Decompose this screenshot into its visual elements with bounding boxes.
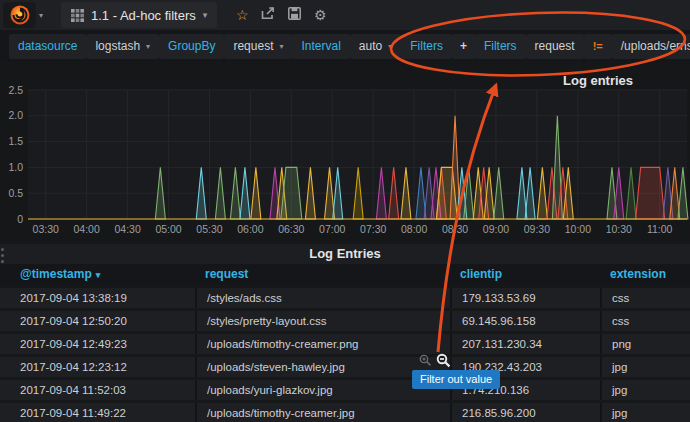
cell-request[interactable]: /uploads/timothy-creamer.jpg (195, 403, 450, 422)
save-button[interactable] (281, 6, 307, 24)
adhoc-filters-label: Filters (475, 34, 526, 59)
share-button[interactable] (255, 6, 281, 24)
svg-text:05:00: 05:00 (155, 223, 181, 235)
table-row[interactable]: 2017-09-04 12:23:12/uploads/steven-hawle… (0, 357, 690, 377)
table-row[interactable]: 2017-09-04 11:49:22/uploads/timothy-crea… (0, 403, 690, 422)
graph-panel: Log entries 03:3004:0004:3005:0005:3006:… (0, 62, 690, 242)
filter-for-value-icon[interactable] (419, 354, 432, 367)
svg-text:04:30: 04:30 (114, 223, 140, 235)
cell-timestamp[interactable]: 2017-09-04 13:38:19 (0, 288, 195, 308)
sort-desc-icon: ▾ (96, 270, 101, 280)
dashboard-picker[interactable]: 1.1 - Ad-hoc filters ▾ (61, 2, 217, 28)
panel-grip-handle[interactable] (1, 248, 4, 263)
table-row[interactable]: 2017-09-04 13:38:19/styles/ads.css179.13… (0, 288, 690, 308)
chevron-down-icon: ▾ (279, 42, 283, 51)
cell-extension[interactable]: css (600, 288, 690, 308)
cell-request[interactable]: /uploads/timothy-creamer.png (195, 334, 450, 354)
var-value-groupby[interactable]: request▾ (224, 34, 292, 59)
table-panel: Log Entries @timestamp▾ request clientip… (0, 244, 690, 422)
cell-extension[interactable]: png (600, 334, 690, 354)
svg-text:09:00: 09:00 (483, 223, 509, 235)
cell-timestamp[interactable]: 2017-09-04 12:23:12 (0, 357, 195, 377)
table-row[interactable]: 2017-09-04 12:50:20/styles/pretty-layout… (0, 311, 690, 331)
svg-text:07:00: 07:00 (319, 223, 345, 235)
svg-text:06:30: 06:30 (278, 223, 304, 235)
svg-text:06:00: 06:00 (237, 223, 263, 235)
svg-text:1.0: 1.0 (8, 161, 23, 173)
add-filter-button[interactable]: + (452, 34, 475, 59)
svg-text:11:00: 11:00 (647, 223, 673, 235)
table-body: 2017-09-04 13:38:19/styles/ads.css179.13… (0, 288, 690, 422)
chevron-down-icon: ▾ (146, 42, 150, 51)
filter-out-tooltip: Filter out value (412, 370, 500, 389)
cell-extension[interactable]: jpg (600, 380, 690, 400)
svg-text:08:00: 08:00 (401, 223, 427, 235)
svg-text:08:30: 08:30 (442, 223, 468, 235)
svg-text:10:00: 10:00 (565, 223, 591, 235)
chevron-down-icon: ▾ (388, 42, 392, 51)
cell-extension[interactable]: css (600, 311, 690, 331)
dashboard-title: 1.1 - Ad-hoc filters (91, 8, 196, 23)
table-row[interactable]: 2017-09-04 11:52:03/uploads/yuri-glazkov… (0, 380, 690, 400)
adhoc-filter-key[interactable]: request (526, 34, 584, 59)
cell-clientip[interactable]: 207.131.230.34 (450, 334, 600, 354)
grafana-logo-icon (9, 4, 31, 26)
navbar-actions: ☆ ⚙ (229, 6, 333, 24)
cell-extension[interactable]: jpg (600, 357, 690, 377)
svg-text:09:30: 09:30 (524, 223, 550, 235)
graph-canvas[interactable]: 03:3004:0004:3005:0005:3006:0006:3007:00… (0, 62, 690, 242)
column-header-request[interactable]: request (195, 264, 450, 286)
var-label-datasource: datasource (9, 34, 86, 59)
star-button[interactable]: ☆ (229, 7, 255, 23)
svg-text:05:30: 05:30 (196, 223, 222, 235)
adhoc-filter-value[interactable]: /uploads/ernst-messerschmid.jpg (612, 34, 690, 59)
cell-clientip[interactable]: 69.145.96.158 (450, 311, 600, 331)
table-panel-title[interactable]: Log Entries (0, 244, 690, 264)
chart-spike (636, 167, 665, 219)
svg-text:07:30: 07:30 (360, 223, 386, 235)
dashboard-caret-icon: ▾ (203, 10, 208, 20)
svg-text:10:30: 10:30 (606, 223, 632, 235)
cell-clientip[interactable]: 179.133.53.69 (450, 288, 600, 308)
cell-timestamp[interactable]: 2017-09-04 11:52:03 (0, 380, 195, 400)
grafana-logo[interactable] (3, 2, 36, 28)
save-icon (288, 7, 301, 20)
navbar: ▾ 1.1 - Ad-hoc filters ▾ ☆ (0, 0, 690, 30)
graph-panel-title[interactable]: Log entries (563, 73, 633, 88)
cell-request[interactable]: /styles/pretty-layout.css (195, 311, 450, 331)
cell-timestamp[interactable]: 2017-09-04 11:49:22 (0, 403, 195, 422)
dashboard-grid-icon (71, 9, 84, 22)
svg-text:0: 0 (17, 213, 23, 225)
filter-out-value-icon[interactable] (436, 353, 451, 368)
table-header-row: @timestamp▾ request clientip extension (0, 264, 690, 285)
var-value-interval[interactable]: auto▾ (350, 34, 401, 59)
cell-timestamp[interactable]: 2017-09-04 12:49:23 (0, 334, 195, 354)
svg-text:0.5: 0.5 (8, 187, 23, 199)
svg-text:03:30: 03:30 (33, 223, 59, 235)
var-value-datasource[interactable]: logstash▾ (86, 34, 159, 59)
svg-text:2.0: 2.0 (8, 109, 23, 121)
column-header-clientip[interactable]: clientip (450, 264, 600, 286)
star-icon: ☆ (236, 7, 249, 23)
svg-text:1.5: 1.5 (8, 135, 23, 147)
share-icon (261, 7, 275, 20)
var-label-groupby: GroupBy (159, 34, 224, 59)
column-header-timestamp[interactable]: @timestamp▾ (0, 264, 195, 286)
logo-caret-icon[interactable]: ▾ (39, 11, 43, 20)
cell-extension[interactable]: jpg (600, 403, 690, 422)
svg-text:2.5: 2.5 (8, 84, 23, 96)
cell-clientip[interactable]: 216.85.96.200 (450, 403, 600, 422)
cell-timestamp[interactable]: 2017-09-04 12:50:20 (0, 311, 195, 331)
var-label-interval: Interval (293, 34, 350, 59)
filters-label: Filters (401, 34, 452, 59)
settings-button[interactable]: ⚙ (307, 7, 333, 23)
svg-text:04:00: 04:00 (74, 223, 100, 235)
gear-icon: ⚙ (314, 7, 327, 23)
dashboard-submenu: datasource logstash▾ GroupBy request▾ In… (0, 30, 690, 62)
table-row[interactable]: 2017-09-04 12:49:23/uploads/timothy-crea… (0, 334, 690, 354)
cell-filter-actions (419, 353, 451, 368)
adhoc-filter-operator[interactable]: != (584, 34, 612, 59)
cell-request[interactable]: /styles/ads.css (195, 288, 450, 308)
column-header-extension[interactable]: extension (600, 264, 690, 286)
